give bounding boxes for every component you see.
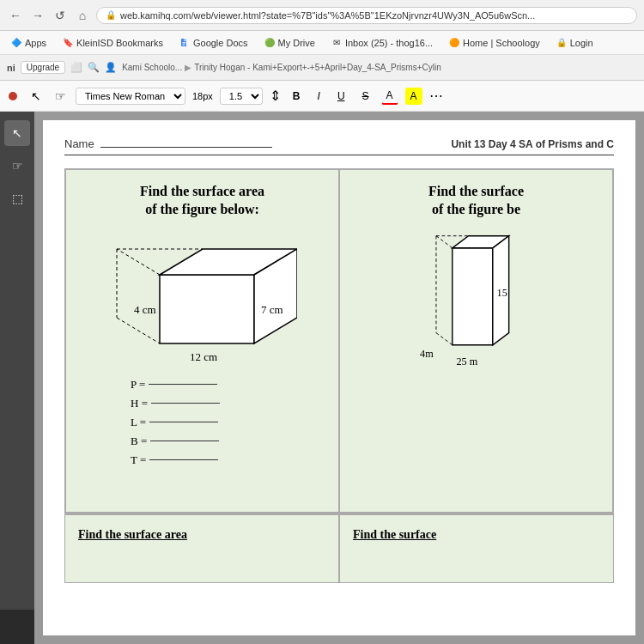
box-drawing-2: 15 4m 25 m bbox=[416, 232, 537, 369]
apps-icon: 🔷 bbox=[10, 37, 22, 49]
l-line bbox=[149, 422, 218, 422]
bottom-cell-2: Find the surface bbox=[339, 514, 614, 583]
select-tool[interactable]: ↖ bbox=[4, 120, 30, 146]
t-line bbox=[149, 459, 218, 460]
bookmark-schoology-label: Home | Schoology bbox=[463, 38, 540, 48]
kleinISD-icon: 🔖 bbox=[62, 37, 74, 49]
svg-line-18 bbox=[435, 235, 452, 247]
layers-tool[interactable]: ⬚ bbox=[4, 185, 30, 211]
url-text: web.kamihq.com/web/viewer.html?state=%7B… bbox=[120, 10, 535, 21]
font-color-button[interactable]: A bbox=[381, 87, 398, 105]
bookmark-apps[interactable]: 🔷 Apps bbox=[7, 35, 50, 51]
bookmark-apps-label: Apps bbox=[25, 38, 46, 48]
left-sidebar: ↖ ☞ ⬚ bbox=[0, 112, 34, 610]
svg-line-21 bbox=[435, 332, 452, 344]
p-label: P = bbox=[131, 378, 145, 392]
underline-button[interactable]: U bbox=[332, 88, 350, 105]
svg-marker-15 bbox=[452, 247, 492, 344]
svg-line-11 bbox=[117, 318, 160, 343]
refresh-button[interactable]: ↺ bbox=[52, 7, 69, 24]
name-line bbox=[100, 147, 272, 148]
doc-page: Name Unit 13 Day 4 SA of Prisms and C Fi… bbox=[43, 120, 635, 635]
breadcrumb: Kami Schoolo... ▶ Trinity Hogan - Kami+E… bbox=[122, 63, 441, 72]
bold-button[interactable]: B bbox=[288, 88, 306, 105]
name-field: Name bbox=[64, 137, 272, 150]
address-bar[interactable]: 🔒 web.kamihq.com/web/viewer.html?state=%… bbox=[96, 7, 637, 24]
svg-text:12 cm: 12 cm bbox=[190, 350, 217, 363]
cursor-tool[interactable]: ↖ bbox=[27, 88, 45, 105]
bookmark-login-label: Login bbox=[570, 38, 593, 48]
strikethrough-button[interactable]: S bbox=[357, 88, 374, 105]
bookmark-my-drive-label: My Drive bbox=[278, 38, 315, 48]
h-label: H = bbox=[131, 397, 148, 410]
search-icon: 🔍 bbox=[88, 62, 100, 73]
home-button[interactable]: ⌂ bbox=[74, 7, 91, 24]
problem-2-cell: Find the surfaceof the figure be bbox=[339, 169, 613, 513]
svg-text:4 cm: 4 cm bbox=[134, 303, 156, 316]
measurement-T: T = bbox=[131, 453, 325, 467]
doc-toolbar: ↖ ☞ Times New Roman 18px 1.5pt ⇕ B I U S… bbox=[0, 81, 644, 112]
italic-button[interactable]: I bbox=[313, 88, 325, 105]
svg-rect-1 bbox=[184, 39, 186, 41]
name-label: Name bbox=[64, 137, 94, 150]
measurement-B: B = bbox=[131, 434, 325, 448]
problem-1-title: Find the surface areaof the figure below… bbox=[79, 183, 325, 219]
h-line bbox=[151, 403, 220, 404]
problem-2-title: Find the surfaceof the figure be bbox=[353, 183, 599, 219]
font-size-label: 18px bbox=[192, 91, 213, 101]
bookmark-google-docs[interactable]: Google Docs bbox=[175, 35, 252, 51]
b-label: B = bbox=[131, 434, 147, 448]
font-family-select[interactable]: Times New Roman bbox=[76, 88, 185, 105]
svg-line-8 bbox=[117, 249, 160, 275]
login-icon: 🔒 bbox=[556, 37, 568, 49]
bookmark-inbox-label: Inbox (25) - thog16... bbox=[345, 38, 433, 48]
svg-text:4m: 4m bbox=[420, 347, 434, 359]
breadcrumb-org: Kami Schoolo... bbox=[122, 63, 182, 72]
back-button[interactable]: ← bbox=[7, 7, 24, 24]
svg-text:7 cm: 7 cm bbox=[261, 303, 283, 316]
kami-toolbar: ni Upgrade ⬜ 🔍 👤 Kami Schoolo... ▶ Trini… bbox=[0, 55, 644, 81]
svg-marker-5 bbox=[160, 275, 254, 343]
forward-button[interactable]: → bbox=[29, 7, 46, 24]
my-drive-icon: 🟢 bbox=[264, 37, 276, 49]
highlight-button[interactable]: A bbox=[405, 88, 422, 105]
bookmark-login[interactable]: 🔒 Login bbox=[552, 35, 597, 51]
box-drawing: 4 cm 7 cm 12 cm bbox=[108, 232, 297, 369]
upgrade-button[interactable]: Upgrade bbox=[21, 61, 65, 74]
bottom-title-1: Find the surface area bbox=[78, 528, 325, 542]
hand-tool[interactable]: ☞ bbox=[52, 88, 69, 105]
bottom-cell-1: Find the surface area bbox=[64, 514, 339, 583]
red-dot-indicator bbox=[9, 92, 17, 100]
schoology-icon: 🟠 bbox=[448, 37, 460, 49]
svg-text:15: 15 bbox=[496, 287, 507, 299]
breadcrumb-separator: ▶ bbox=[185, 63, 191, 72]
kami-icon1: ⬜ bbox=[70, 62, 82, 73]
doc-area: Name Unit 13 Day 4 SA of Prisms and C Fi… bbox=[34, 112, 644, 644]
measurement-P: P = bbox=[131, 378, 325, 392]
bookmark-kleinISD[interactable]: 🔖 KleinISD Bookmarks bbox=[58, 35, 167, 51]
problems-grid: Find the surface areaof the figure below… bbox=[64, 168, 614, 513]
measurement-L: L = bbox=[131, 416, 325, 429]
bookmark-schoology[interactable]: 🟠 Home | Schoology bbox=[445, 35, 544, 51]
hand-tool-sidebar[interactable]: ☞ bbox=[4, 153, 30, 179]
font-size-select[interactable]: 1.5pt bbox=[220, 88, 263, 105]
l-label: L = bbox=[131, 416, 146, 429]
unit-title: Unit 13 Day 4 SA of Prisms and C bbox=[451, 138, 614, 150]
measurement-H: H = bbox=[131, 397, 325, 410]
bottom-row: Find the surface area Find the surface bbox=[64, 513, 614, 583]
problem-1-cell: Find the surface areaof the figure below… bbox=[65, 169, 339, 513]
nav-bar: ← → ↺ ⌂ 🔒 web.kamihq.com/web/viewer.html… bbox=[0, 0, 644, 31]
b-line bbox=[150, 440, 219, 441]
bookmark-my-drive[interactable]: 🟢 My Drive bbox=[260, 35, 319, 51]
svg-text:25 m: 25 m bbox=[456, 355, 477, 368]
bookmark-inbox[interactable]: ✉ Inbox (25) - thog16... bbox=[327, 35, 436, 51]
t-label: T = bbox=[131, 453, 146, 467]
lock-icon: 🔒 bbox=[106, 10, 116, 20]
bottom-title-2: Find the surface bbox=[353, 528, 600, 542]
inbox-icon: ✉ bbox=[331, 37, 343, 49]
profile-icon: 👤 bbox=[105, 62, 117, 73]
measurements-section: P = H = L = B = bbox=[79, 378, 325, 467]
bookmark-google-docs-label: Google Docs bbox=[193, 38, 248, 48]
p-line bbox=[149, 384, 217, 385]
more-options-icon: ⋯ bbox=[429, 88, 443, 104]
